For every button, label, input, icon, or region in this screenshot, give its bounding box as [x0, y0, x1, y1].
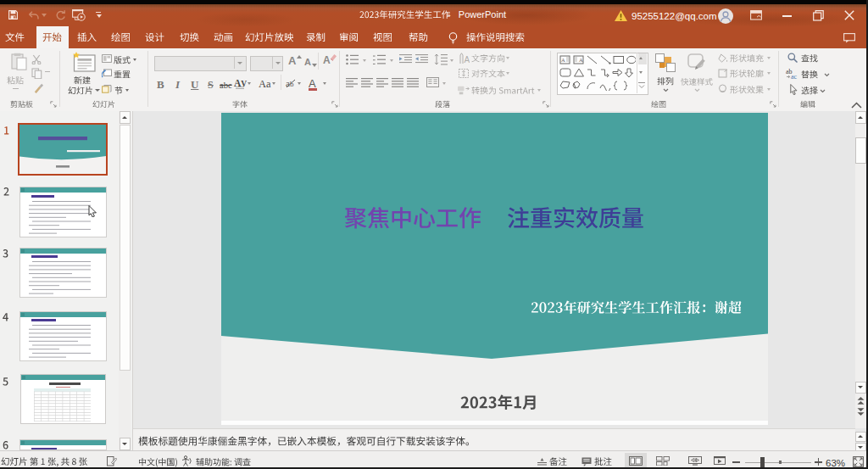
svg-text:A: A: [561, 57, 565, 63]
svg-text:A: A: [579, 57, 583, 63]
svg-text:A: A: [465, 55, 470, 64]
svg-text:ac: ac: [791, 73, 798, 79]
